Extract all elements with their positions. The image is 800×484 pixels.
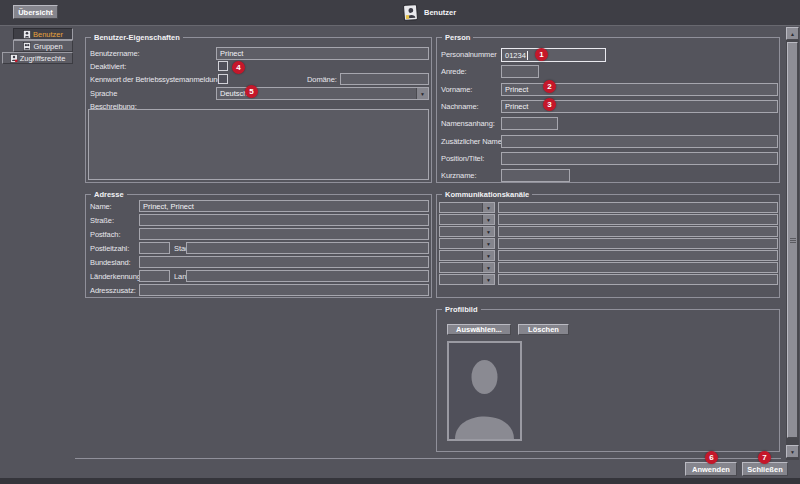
sidebar-item-label: Benutzer (33, 30, 63, 39)
channel-type-combobox[interactable]: ▼ (439, 214, 495, 225)
chevron-down-icon[interactable]: ▼ (482, 227, 494, 236)
select-picture-button[interactable]: Auswählen... (447, 324, 511, 335)
address-extra-label: Adresszusatz: (90, 286, 136, 295)
overview-button[interactable]: Übersicht (13, 5, 58, 19)
chevron-down-icon[interactable]: ▼ (482, 239, 494, 248)
channel-value-field[interactable] (498, 202, 778, 213)
channel-type-combobox[interactable]: ▼ (439, 274, 495, 285)
username-field[interactable]: Prinect (216, 47, 429, 60)
channel-type-combobox[interactable]: ▼ (439, 202, 495, 213)
username-row: Benutzername: Prinect (86, 47, 431, 60)
groupbox-title: Kommunikationskanäle (442, 190, 532, 199)
state-label: Bundesland: (90, 258, 131, 267)
salutation-field[interactable] (501, 65, 539, 78)
person-row: Vorname: Prinect (437, 83, 779, 96)
domain-field[interactable] (340, 73, 429, 85)
person-row: Kurzname: (437, 169, 779, 182)
channel-type-combobox[interactable]: ▼ (439, 238, 495, 249)
chevron-down-icon[interactable]: ▼ (416, 88, 428, 99)
person-silhouette-icon (449, 355, 520, 439)
salutation-label: Anrede: (441, 67, 467, 76)
person-row: Personalnummer 01234 (437, 48, 779, 61)
chevron-down-icon[interactable]: ▼ (482, 215, 494, 224)
person-row: Position/Titel: (437, 152, 779, 165)
additional-name-label: Zusätzlicher Name: (441, 137, 504, 146)
name-field[interactable]: Prinect, Prinect (139, 200, 429, 212)
deactivated-checkbox[interactable] (218, 61, 228, 71)
sidebar-item-benutzer[interactable]: Benutzer (13, 28, 73, 40)
username-label: Benutzername: (90, 49, 140, 58)
channel-value-field[interactable] (498, 214, 778, 225)
channel-value-field[interactable] (498, 250, 778, 261)
description-textarea[interactable] (88, 109, 429, 180)
groupbox-title: Profilbild (442, 305, 481, 314)
communication-row: ▼ (437, 226, 779, 237)
personnel-number-field[interactable]: 01234 (501, 48, 606, 62)
communication-row: ▼ (437, 214, 779, 225)
annotation-badge-2: 2 (543, 80, 556, 93)
channel-type-combobox[interactable]: ▼ (439, 226, 495, 237)
channel-type-combobox[interactable]: ▼ (439, 250, 495, 261)
user-card-icon (23, 30, 31, 39)
close-button[interactable]: Schließen (742, 462, 788, 476)
annotation-badge-6: 6 (705, 451, 718, 464)
apply-button[interactable]: Anwenden (685, 462, 737, 476)
person-row: Anrede: (437, 65, 779, 78)
chevron-down-icon[interactable]: ▼ (482, 203, 494, 212)
short-name-field[interactable] (501, 169, 570, 182)
city-field[interactable] (186, 242, 429, 254)
position-title-field[interactable] (501, 152, 778, 165)
channel-value-field[interactable] (498, 238, 778, 249)
name-label: Name: (90, 202, 112, 211)
first-name-label: Vorname: (441, 85, 472, 94)
country-code-label: Länderkennung: (90, 272, 143, 281)
delete-picture-button[interactable]: Löschen (518, 324, 569, 335)
scrollbar-grip-icon (790, 238, 796, 244)
sidebar-item-label: Zugriffsrechte (20, 54, 66, 63)
communication-row: ▼ (437, 202, 779, 213)
vertical-scrollbar-thumb[interactable] (787, 42, 798, 438)
os-password-checkbox[interactable] (218, 74, 228, 84)
country-field[interactable] (186, 270, 429, 282)
groupbox-title: Benutzer-Eigenschaften (91, 33, 183, 42)
address-row: Postfach: (86, 228, 431, 240)
scroll-up-icon[interactable]: ▲ (786, 27, 799, 40)
channel-value-field[interactable] (498, 262, 778, 273)
last-name-label: Nachname: (441, 102, 478, 111)
chevron-down-icon[interactable]: ▼ (482, 263, 494, 272)
header-bar: Übersicht Benutzer (0, 0, 800, 26)
bottom-strip (0, 478, 800, 484)
address-extra-field[interactable] (139, 284, 429, 296)
channel-value-field[interactable] (498, 226, 778, 237)
additional-name-field[interactable] (501, 135, 778, 148)
country-code-field[interactable] (139, 270, 170, 282)
state-field[interactable] (139, 256, 429, 268)
address-row: Postleitzahl: Stadt: (86, 242, 431, 254)
short-name-label: Kurzname: (441, 171, 476, 180)
chevron-down-icon[interactable]: ▼ (482, 275, 494, 284)
street-field[interactable] (139, 214, 429, 226)
profile-picture-groupbox: Profilbild Auswählen... Löschen (436, 309, 780, 452)
os-password-label: Kennwort der Betriebssystemanmeldung (90, 75, 221, 84)
address-groupbox: Adresse Name: Prinect, Prinect Straße: P… (85, 194, 432, 298)
chevron-down-icon[interactable]: ▼ (482, 251, 494, 260)
sidebar-item-gruppen[interactable]: Gruppen (13, 40, 73, 52)
person-groupbox: Person Personalnummer 01234 Anrede: Vorn… (436, 37, 780, 183)
profile-picture-placeholder (447, 341, 522, 441)
zip-label: Postleitzahl: (90, 244, 129, 253)
name-suffix-field[interactable] (501, 117, 558, 130)
channel-type-combobox[interactable]: ▼ (439, 262, 495, 273)
channel-value-field[interactable] (498, 274, 778, 285)
name-suffix-label: Namensanhang: (441, 119, 495, 128)
groupbox-title: Adresse (91, 190, 127, 199)
personnel-number-label: Personalnummer (441, 50, 497, 59)
communication-groupbox: Kommunikationskanäle ▼ ▼ ▼ ▼ ▼ (436, 194, 780, 298)
person-row: Nachname: Prinect (437, 100, 779, 113)
annotation-badge-5: 5 (245, 85, 258, 98)
scroll-down-icon[interactable]: ▼ (786, 445, 799, 458)
zip-field[interactable] (139, 242, 170, 254)
sidebar-item-zugriffsrechte[interactable]: Zugriffsrechte (2, 52, 73, 64)
language-label: Sprache (90, 89, 117, 98)
pobox-field[interactable] (139, 228, 429, 240)
pobox-label: Postfach: (90, 230, 120, 239)
